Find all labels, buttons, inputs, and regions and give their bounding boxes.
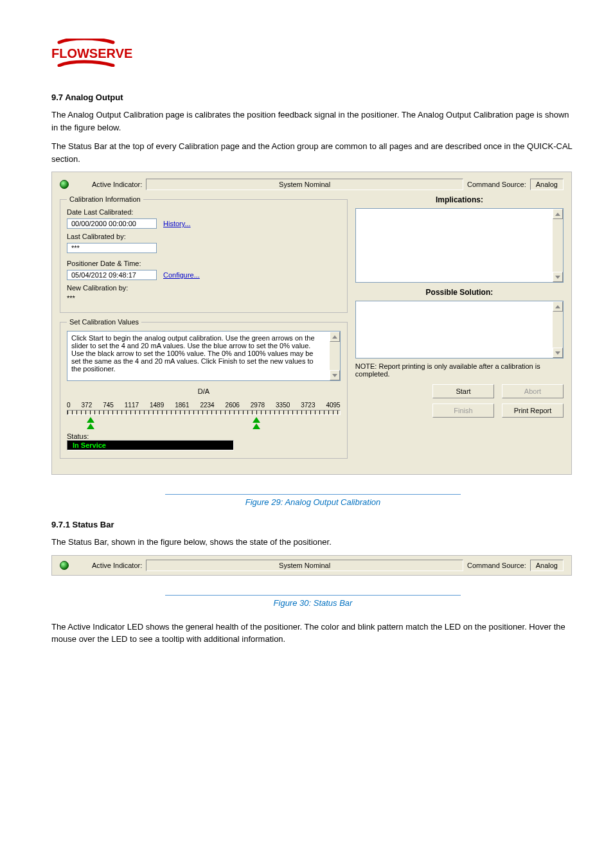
da-slider[interactable]: 0372745111714891861223426062978335037234… — [67, 402, 341, 426]
tick-label: 0 — [67, 402, 71, 409]
scroll-up-icon[interactable] — [553, 209, 563, 219]
tick-label: 745 — [103, 402, 114, 409]
scrollbar[interactable] — [330, 332, 340, 380]
tick-label: 1489 — [150, 402, 164, 409]
tick-label: 3723 — [301, 402, 315, 409]
tick-label: 3350 — [276, 402, 290, 409]
configure-link[interactable]: Configure... — [163, 271, 200, 279]
tick-label: 1117 — [125, 402, 139, 409]
green-4ma-marker-icon[interactable] — [87, 417, 94, 423]
statusbar-section-title: 9.7.1 Status Bar — [51, 520, 574, 529]
new-calibration-by-label: New Calibration by: — [67, 284, 341, 292]
implications-title: Implications: — [355, 195, 564, 204]
active-indicator-value: System Nominal — [146, 560, 463, 571]
instructions-textarea: Click Start to begin the analog output c… — [67, 331, 341, 381]
scroll-down-icon[interactable] — [553, 348, 563, 358]
last-calibrated-by-label: Last Calibrated by: — [67, 233, 341, 240]
active-indicator-label: Active Indicator: — [92, 181, 142, 188]
figure-caption: Figure 29: Analog Output Calibration — [165, 494, 461, 507]
flowserve-logo: FLOWSERVE — [51, 39, 574, 67]
slider-track[interactable] — [67, 410, 341, 415]
tick-label: 4095 — [326, 402, 340, 409]
calibration-info-group: Calibration Information Date Last Calibr… — [60, 195, 348, 313]
tick-label: 2234 — [200, 402, 214, 409]
calibration-screenshot: Active Indicator: System Nominal Command… — [51, 172, 572, 475]
positioner-datetime-label: Positioner Date & Time: — [67, 260, 341, 267]
status-led-icon — [60, 561, 69, 570]
print-note: NOTE: Report printing is only available … — [355, 362, 564, 378]
green-20ma-marker-icon[interactable] — [253, 417, 260, 423]
command-source-label: Command Source: — [467, 181, 526, 188]
scrollbar[interactable] — [553, 209, 563, 282]
after-text: The Active Indicator LED shows the gener… — [51, 621, 574, 646]
scrollbar[interactable] — [553, 301, 563, 358]
intro-text: The Analog Output Calibration page is ca… — [51, 109, 574, 134]
tick-label: 1861 — [175, 402, 189, 409]
calibration-info-legend: Calibration Information — [67, 195, 143, 203]
section-title: 9.7 Analog Output — [51, 93, 574, 102]
active-indicator-value: System Nominal — [146, 179, 463, 190]
status-label: Status: — [67, 432, 89, 440]
status-bar-screenshot: Active Indicator: System Nominal Command… — [51, 555, 572, 576]
svg-text:FLOWSERVE: FLOWSERVE — [51, 46, 132, 60]
tick-label: 2606 — [226, 402, 240, 409]
finish-button[interactable]: Finish — [432, 403, 494, 418]
active-indicator-label: Active Indicator: — [92, 562, 142, 569]
green-20ma-marker2-icon[interactable] — [253, 423, 260, 429]
history-link[interactable]: History... — [163, 220, 191, 227]
implications-textarea — [355, 208, 564, 283]
scroll-down-icon[interactable] — [330, 370, 340, 380]
last-calibrated-by-value: *** — [67, 243, 157, 253]
date-last-calibrated-label: Date Last Calibrated: — [67, 208, 341, 216]
green-4ma-marker2-icon[interactable] — [87, 423, 94, 429]
status-led-icon — [60, 180, 69, 189]
start-button[interactable]: Start — [432, 384, 494, 398]
status-value: In Service — [67, 440, 234, 450]
abort-button[interactable]: Abort — [502, 384, 564, 398]
scroll-up-icon[interactable] — [330, 332, 340, 342]
set-calibration-values-legend: Set Calibration Values — [67, 318, 141, 326]
possible-solution-textarea — [355, 301, 564, 359]
figure-caption-2: Figure 30: Status Bar — [165, 595, 461, 608]
new-calibration-by-value: *** — [67, 294, 75, 302]
command-source-value: Analog — [530, 179, 564, 190]
set-calibration-values-group: Set Calibration Values Click Start to be… — [60, 318, 348, 459]
command-source-value: Analog — [530, 560, 564, 571]
statusbar-intro: The Status Bar, shown in the figure belo… — [51, 536, 574, 549]
print-report-button[interactable]: Print Report — [502, 403, 564, 418]
da-label: D/A — [67, 387, 341, 395]
tick-label: 372 — [82, 402, 93, 409]
tick-label: 2978 — [251, 402, 265, 409]
statusbar-note: The Status Bar at the top of every Calib… — [51, 140, 574, 165]
date-last-calibrated-value: 00/00/2000 00:00:00 — [67, 218, 157, 229]
command-source-label: Command Source: — [467, 562, 526, 569]
possible-solution-title: Possible Solution: — [355, 288, 564, 297]
scroll-down-icon[interactable] — [553, 272, 563, 282]
positioner-datetime-value: 05/04/2012 09:48:17 — [67, 270, 157, 280]
scroll-up-icon[interactable] — [553, 301, 563, 312]
